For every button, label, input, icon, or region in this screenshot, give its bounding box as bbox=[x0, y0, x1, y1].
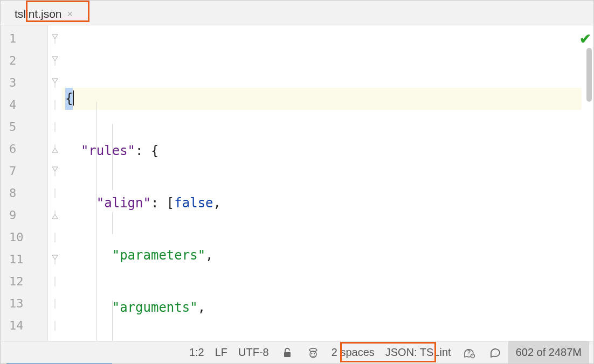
editor-tab-tslint[interactable]: tslint.json × bbox=[7, 3, 80, 25]
line-number[interactable]: 6 bbox=[1, 138, 47, 160]
line-number[interactable]: 13 bbox=[1, 292, 47, 314]
status-language-widget[interactable]: JSON: TSLint bbox=[380, 341, 457, 363]
code-editor[interactable]: { "rules": { "align": [false, "parameter… bbox=[62, 25, 582, 341]
line-number[interactable]: 9 bbox=[1, 204, 47, 226]
close-icon[interactable]: × bbox=[67, 9, 73, 20]
line-number[interactable]: 14 bbox=[1, 314, 47, 337]
status-encoding[interactable]: UTF-8 bbox=[233, 341, 274, 363]
line-number[interactable]: 2 bbox=[1, 50, 47, 72]
status-line-sep[interactable]: LF bbox=[210, 341, 233, 363]
status-caret-pos[interactable]: 1:2 bbox=[184, 341, 210, 363]
line-number[interactable]: 4 bbox=[1, 94, 47, 116]
scrollbar-thumb[interactable] bbox=[586, 48, 592, 102]
line-number[interactable]: 11 bbox=[1, 248, 47, 270]
fold-gutter bbox=[48, 25, 62, 341]
help-icon[interactable]: ? bbox=[457, 341, 482, 363]
fold-end[interactable] bbox=[48, 138, 62, 160]
tab-label: tslint.json bbox=[15, 8, 62, 20]
fold-toggle[interactable] bbox=[48, 248, 62, 270]
code-line[interactable]: "rules": { bbox=[62, 140, 582, 162]
line-number-gutter: 1 2 3 4 5 6 7 8 9 10 11 12 13 14 bbox=[1, 25, 48, 341]
editor-area: 1 2 3 4 5 6 7 8 9 10 11 12 13 14 { "rule… bbox=[1, 25, 593, 341]
indent-guide bbox=[112, 212, 113, 234]
svg-text:?: ? bbox=[467, 349, 471, 355]
line-number[interactable]: 12 bbox=[1, 270, 47, 292]
line-number[interactable]: 7 bbox=[1, 160, 47, 182]
line-number[interactable]: 10 bbox=[1, 226, 47, 248]
tab-bar: tslint.json × bbox=[1, 1, 593, 25]
inspector-icon[interactable] bbox=[300, 341, 326, 363]
fold-toggle[interactable] bbox=[48, 160, 62, 182]
fold-toggle[interactable] bbox=[48, 72, 62, 94]
fold-toggle[interactable] bbox=[48, 27, 62, 50]
status-memory[interactable]: 602 of 2487M bbox=[508, 341, 589, 363]
line-number[interactable]: 8 bbox=[1, 182, 47, 204]
svg-point-17 bbox=[311, 353, 312, 354]
chat-icon[interactable] bbox=[482, 341, 508, 363]
status-indent[interactable]: 2 spaces bbox=[326, 341, 380, 363]
line-number[interactable]: 5 bbox=[1, 116, 47, 138]
indent-guide bbox=[112, 300, 113, 341]
code-line[interactable]: "arguments", bbox=[62, 297, 582, 319]
fold-toggle[interactable] bbox=[48, 50, 62, 72]
caret bbox=[73, 90, 74, 106]
status-bar: 1:2 LF UTF-8 2 spaces JSON: TSLint ? 602… bbox=[1, 341, 593, 363]
line-number[interactable]: 1 bbox=[1, 27, 47, 50]
indent-guide bbox=[112, 124, 113, 190]
lock-icon[interactable] bbox=[274, 341, 300, 363]
code-line[interactable]: { bbox=[62, 88, 582, 110]
code-line[interactable]: "parameters", bbox=[62, 244, 582, 267]
line-number[interactable]: 3 bbox=[1, 72, 47, 94]
svg-point-18 bbox=[314, 353, 315, 354]
inspection-ok-icon[interactable]: ✔ bbox=[579, 31, 591, 47]
indent-guide bbox=[96, 102, 97, 341]
error-stripe[interactable]: ✔ bbox=[582, 25, 593, 341]
code-line[interactable]: "align": [false, bbox=[62, 192, 582, 214]
svg-rect-14 bbox=[284, 352, 291, 357]
fold-end[interactable] bbox=[48, 204, 62, 226]
